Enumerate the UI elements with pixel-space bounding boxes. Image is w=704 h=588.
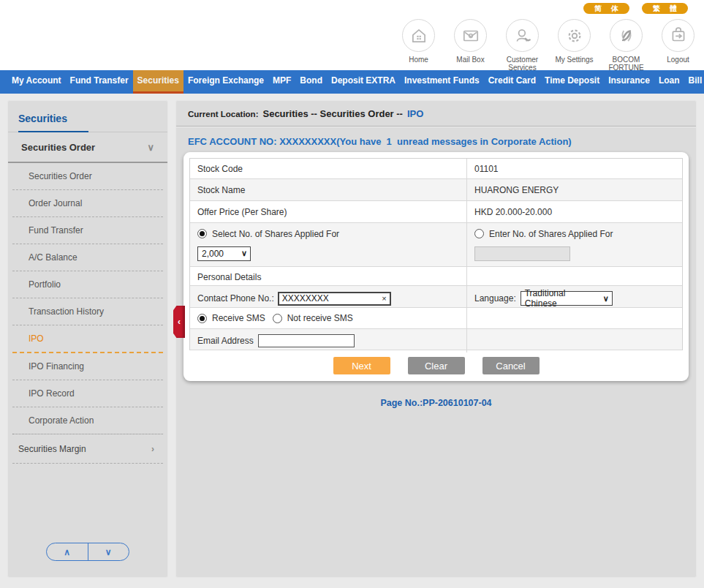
my-settings-label: My Settings <box>555 56 593 64</box>
sidebar-group-securities-order[interactable]: Securities Order ∨ <box>8 132 167 163</box>
select-shares-radio[interactable] <box>197 229 207 238</box>
email-empty-cell <box>466 329 682 353</box>
sidebar-title-wrap: Securities <box>8 101 167 132</box>
cancel-button[interactable]: Cancel <box>482 357 540 374</box>
home-icon <box>402 19 435 52</box>
select-shares-cell: Select No. of Shares Applied For 2,000 ∨ <box>190 223 466 266</box>
sidebar-item-portfolio[interactable]: Portfolio <box>12 271 163 298</box>
nav-item-investment-funds[interactable]: Investment Funds <box>400 70 484 94</box>
info-rows: Stock Code01101Stock NameHUARONG ENERGYO… <box>190 159 682 223</box>
logout-label: Logout <box>667 56 689 64</box>
email-label: Email Address <box>197 336 254 346</box>
sidebar-item-order-journal[interactable]: Order Journal <box>12 190 163 217</box>
nav-item-time-deposit[interactable]: Time Deposit <box>540 70 604 94</box>
nav-item-my-account[interactable]: My Account <box>7 70 66 94</box>
sidebar-item-corporate-action[interactable]: Corporate Action <box>12 407 163 434</box>
enter-shares-cell: Enter No. of Shares Applied For <box>466 223 682 266</box>
nav-item-credit-card[interactable]: Credit Card <box>484 70 540 94</box>
info-row-stock-name: Stock NameHUARONG ENERGY <box>190 179 682 201</box>
sidebar-item-ipo-financing[interactable]: IPO Financing <box>12 353 163 380</box>
language-select-value: Traditional Chinese <box>525 288 597 309</box>
nav-item-deposit-extra[interactable]: Deposit EXTRA <box>327 70 400 94</box>
personal-details-empty-cell <box>466 267 682 287</box>
lang-traditional-button[interactable]: 繁 體 <box>642 3 688 14</box>
not-receive-sms-radio[interactable] <box>273 314 282 323</box>
enter-shares-label: Enter No. of Shares Applied For <box>489 229 613 239</box>
email-input[interactable] <box>258 334 355 347</box>
chevron-down-icon: ∨ <box>105 547 112 557</box>
chevron-up-icon: ∧ <box>64 547 70 557</box>
sidebar-item-securities-order[interactable]: Securities Order <box>12 163 163 190</box>
sidebar-pager: ∧ ∨ <box>46 543 129 561</box>
breadcrumb-label: Current Location: <box>188 110 258 118</box>
customer-services-icon <box>506 19 539 52</box>
next-button[interactable]: Next <box>333 357 390 374</box>
info-value: HKD 20.000-20.000 <box>466 201 682 222</box>
sidebar-item-transaction-history[interactable]: Transaction History <box>12 298 163 325</box>
nav-item-bond[interactable]: Bond <box>295 70 327 94</box>
info-row-offer-price-per-share: Offer Price (Per Share)HKD 20.000-20.000 <box>190 201 682 223</box>
content-panel: Current Location: Securities -- Securiti… <box>175 100 697 578</box>
nav-item-insurance[interactable]: Insurance <box>604 70 654 94</box>
sms-row: Receive SMS Not receive SMS <box>190 308 682 329</box>
sidebar-collapse-handle[interactable]: ‹ <box>173 306 185 338</box>
nav-item-fund-transfer[interactable]: Fund Transfer <box>66 70 133 94</box>
contact-phone-label: Contact Phone No.: <box>197 293 274 304</box>
info-row-stock-code: Stock Code01101 <box>190 159 682 179</box>
contact-language-row: Contact Phone No.: XXXXXXXX × Language: … <box>190 286 682 308</box>
contact-phone-value: XXXXXXXX <box>282 293 329 304</box>
email-row: Email Address <box>190 329 682 350</box>
sms-options-cell: Receive SMS Not receive SMS <box>190 308 466 328</box>
my-settings-icon <box>558 19 591 52</box>
breadcrumb-current: IPO <box>407 108 423 119</box>
receive-sms-radio[interactable] <box>197 314 207 323</box>
form-buttons: Next Clear Cancel <box>189 350 683 381</box>
clear-button[interactable]: Clear <box>408 357 465 374</box>
enter-shares-input[interactable] <box>474 246 570 261</box>
lang-simplified-button[interactable]: 简 体 <box>583 3 629 14</box>
sidebar-item-a-c-balance[interactable]: A/C Balance <box>12 244 163 271</box>
bocom-fortune-icon <box>610 19 643 52</box>
sidebar-item-fund-transfer[interactable]: Fund Transfer <box>12 217 163 244</box>
info-value: HUARONG ENERGY <box>466 179 682 200</box>
shares-select-value: 2,000 <box>202 249 224 259</box>
page-number: Page No.:PP-20610107-04 <box>176 398 696 408</box>
customer-services-label: Customer Services <box>493 56 552 72</box>
sidebar-list: Securities OrderOrder JournalFund Transf… <box>8 163 167 434</box>
sidebar-scroll-up-button[interactable]: ∧ <box>47 543 88 560</box>
info-label: Stock Name <box>190 179 466 200</box>
clear-input-icon[interactable]: × <box>382 294 386 303</box>
nav-item-bill-payment[interactable]: Bill Payment <box>684 70 704 94</box>
not-receive-sms-label: Not receive SMS <box>287 313 353 323</box>
logout-icon <box>662 19 694 52</box>
sms-empty-cell <box>466 308 682 328</box>
language-label: Language: <box>474 293 516 304</box>
receive-sms-label: Receive SMS <box>212 313 265 323</box>
nav-item-mpf[interactable]: MPF <box>268 70 295 94</box>
sidebar: Securities Securities Order ∨ Securities… <box>7 100 168 578</box>
breadcrumb-path: Securities -- Securities Order -- <box>262 108 402 119</box>
nav-item-securities[interactable]: Securities <box>133 70 183 94</box>
contact-phone-input[interactable]: XXXXXXXX × <box>278 292 391 306</box>
home-label: Home <box>409 56 428 64</box>
select-shares-label: Select No. of Shares Applied For <box>212 229 339 239</box>
ipo-form-table: Stock Code01101Stock NameHUARONG ENERGYO… <box>189 158 683 350</box>
email-cell: Email Address <box>190 329 466 353</box>
ipo-form-card: Stock Code01101Stock NameHUARONG ENERGYO… <box>183 152 689 381</box>
language-select[interactable]: Traditional Chinese ∨ <box>521 291 613 306</box>
shares-select[interactable]: 2,000 ∨ <box>197 246 251 261</box>
info-label: Stock Code <box>190 159 466 179</box>
enter-shares-radio[interactable] <box>474 229 484 238</box>
nav-item-loan[interactable]: Loan <box>654 70 684 94</box>
sidebar-group-label: Securities Margin <box>18 444 86 454</box>
info-value: 01101 <box>466 159 682 179</box>
chevron-right-icon: › <box>151 444 154 454</box>
nav-item-foreign-exchange[interactable]: Foreign Exchange <box>183 70 268 94</box>
personal-details-row: Personal Details <box>190 267 682 286</box>
sidebar-item-ipo[interactable]: IPO <box>12 325 163 353</box>
sidebar-group-securities-margin[interactable]: Securities Margin › <box>12 434 163 464</box>
sidebar-item-ipo-record[interactable]: IPO Record <box>12 380 163 407</box>
account-info-line: EFC ACCOUNT NO: XXXXXXXXX(You have 1 unr… <box>188 136 684 147</box>
sidebar-scroll-down-button[interactable]: ∨ <box>88 543 129 560</box>
language-cell: Language: Traditional Chinese ∨ <box>466 286 682 311</box>
